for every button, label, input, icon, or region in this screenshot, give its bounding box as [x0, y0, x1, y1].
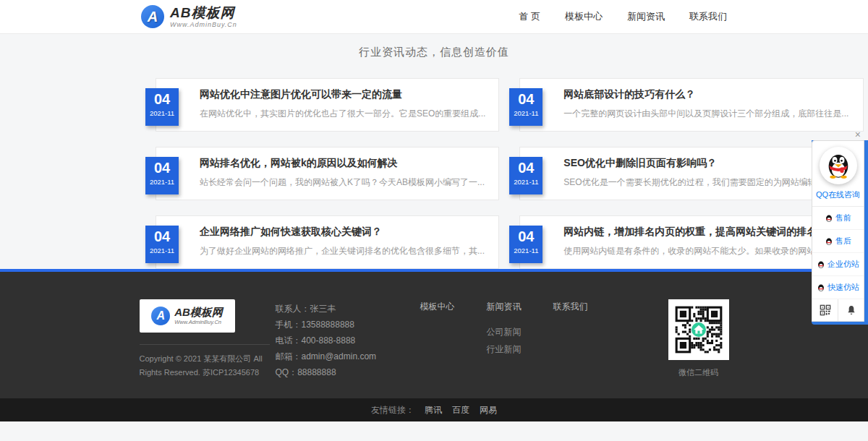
qq-mini-icon	[825, 237, 833, 246]
date-day: 04	[145, 90, 179, 109]
news-excerpt: 一个完整的网页设计由头部中间以及页脚设计三个部分组成，底部往往是...	[563, 108, 849, 120]
news-card[interactable]: 04 2021-11 网站底部设计的技巧有什么？ 一个完整的网页设计由头部中间以…	[519, 78, 863, 132]
date-month: 2021-11	[509, 178, 542, 187]
qq-mini-icon	[817, 283, 825, 292]
news-title-link[interactable]: 网站内链，增加排名内页的权重，提高网站关键词的排名	[563, 226, 849, 239]
news-title-link[interactable]: SEO优化中删除旧页面有影响吗？	[563, 157, 849, 170]
date-month: 2021-11	[145, 178, 179, 187]
qq-item-presale[interactable]: 售前	[812, 207, 864, 230]
date-day: 04	[509, 90, 542, 109]
qq-item-label: 售前	[835, 213, 851, 223]
site-logo[interactable]: A AB模板网 Www.AdminBuy.Cn	[141, 5, 237, 28]
contact-mobile: 手机：13588888888	[276, 317, 420, 333]
contact-phone: 电话：400-888-8888	[276, 333, 420, 348]
news-title-link[interactable]: 网站排名优化，网站被k的原因以及如何解决	[200, 157, 485, 170]
date-badge: 04 2021-11	[509, 88, 542, 126]
footer-logo[interactable]: A AB模板网 Www.AdminBuy.Cn	[140, 299, 235, 333]
news-excerpt: 在网站优化中，其实图片的优化也占了很大一部分。它是SEO的重要组成...	[200, 108, 485, 120]
date-month: 2021-11	[145, 247, 179, 255]
footer-link-industry-news[interactable]: 行业新闻	[487, 341, 523, 358]
date-day: 04	[145, 227, 179, 247]
date-day: 04	[509, 227, 542, 247]
contact-person: 联系人：张三丰	[276, 301, 420, 317]
date-badge: 04 2021-11	[145, 157, 179, 194]
copyright-line2: Rights Reserved. 苏ICP12345678	[140, 366, 276, 380]
friend-links-bar: 友情链接： 腾讯 百度 网易	[0, 398, 868, 421]
close-icon[interactable]: ×	[812, 129, 868, 140]
date-badge: 04 2021-11	[145, 88, 179, 126]
friend-link-baidu[interactable]: 百度	[452, 404, 469, 416]
header: A AB模板网 Www.AdminBuy.Cn 首 页 模板中心 新闻资讯 联系…	[0, 0, 868, 34]
logo-title: AB模板网	[170, 6, 237, 20]
footer-col-news[interactable]: 新闻资讯	[487, 301, 523, 313]
main-content: 行业资讯动态，信息创造价值 04 2021-11 网站优化中注意图片优化可以带来…	[0, 34, 868, 269]
news-card[interactable]: 04 2021-11 网站排名优化，网站被k的原因以及如何解决 站长经常会问一个…	[156, 147, 499, 200]
nav-item-contact[interactable]: 联系我们	[689, 10, 727, 23]
nav-item-home[interactable]: 首 页	[519, 10, 540, 23]
qq-item-label: 快速仿站	[827, 282, 859, 293]
date-month: 2021-11	[509, 247, 542, 255]
bell-icon[interactable]	[838, 299, 864, 321]
qq-item-label: 售后	[835, 236, 851, 247]
page-title: 行业资讯动态，信息创造价值	[0, 41, 868, 59]
news-title-link[interactable]: 网站优化中注意图片优化可以带来一定的流量	[200, 88, 485, 101]
logo-badge-icon: A	[141, 5, 164, 28]
footer-logo-title: AB模板网	[174, 307, 223, 317]
qq-item-enterprise-clone[interactable]: 企业仿站	[812, 253, 864, 276]
footer-divider	[140, 344, 270, 345]
qq-item-label: 企业仿站	[827, 259, 859, 270]
date-day: 04	[145, 158, 179, 178]
footer-link-columns: 模板中心 新闻资讯 公司新闻 行业新闻 联系我们	[420, 299, 590, 380]
footer-link-company-news[interactable]: 公司新闻	[487, 323, 523, 341]
nav-item-templates[interactable]: 模板中心	[565, 10, 603, 23]
qq-panel-title: QQ在线咨询	[812, 187, 864, 207]
date-month: 2021-11	[145, 109, 179, 118]
news-excerpt: SEO优化是一个需要长期优化的过程，我们需要固定的为网站编辑内容，...	[563, 176, 849, 189]
footer: A AB模板网 Www.AdminBuy.Cn Copyright © 2021…	[0, 269, 868, 398]
copyright-line1: Copyright © 2021 某某有限公司 All	[140, 352, 276, 366]
date-badge: 04 2021-11	[145, 226, 179, 263]
date-month: 2021-11	[509, 109, 542, 118]
news-excerpt: 站长经常会问一个问题，我的网站被入K了吗？今天AB模板网小编写了一...	[200, 176, 485, 189]
news-grid: 04 2021-11 网站优化中注意图片优化可以带来一定的流量 在网站优化中，其…	[156, 78, 712, 269]
news-card[interactable]: 04 2021-11 网站优化中注意图片优化可以带来一定的流量 在网站优化中，其…	[156, 78, 499, 132]
news-title-link[interactable]: 网站底部设计的技巧有什么？	[563, 88, 849, 101]
friend-link-netease[interactable]: 网易	[480, 404, 497, 416]
qq-item-aftersale[interactable]: 售后	[812, 230, 864, 253]
nav-item-news[interactable]: 新闻资讯	[627, 10, 665, 23]
date-badge: 04 2021-11	[509, 226, 542, 263]
footer-col-templates[interactable]: 模板中心	[420, 301, 456, 313]
footer-logo-badge-icon: A	[151, 307, 170, 325]
logo-subtitle: Www.AdminBuy.Cn	[170, 21, 237, 28]
news-card[interactable]: 04 2021-11 企业网络推广如何快速获取核心关键词？ 为了做好企业网站的网…	[156, 215, 499, 269]
footer-contact: 联系人：张三丰 手机：13588888888 电话：400-888-8888 邮…	[276, 299, 420, 380]
qr-caption: 微信二维码	[668, 367, 729, 378]
qrcode-icon[interactable]	[812, 299, 838, 321]
qq-item-quick-clone[interactable]: 快速仿站	[812, 276, 864, 299]
friend-link-tencent[interactable]: 腾讯	[425, 404, 442, 416]
news-excerpt: 使用网站内链是有条件的，收录的网站不能太少。如果收录的网站很少，...	[563, 245, 849, 257]
friend-links-label: 友情链接：	[371, 404, 414, 416]
news-title-link[interactable]: 企业网络推广如何快速获取核心关键词？	[200, 226, 485, 239]
wechat-qr-image	[668, 299, 729, 360]
qq-mini-icon	[817, 260, 825, 269]
home-icon	[691, 322, 705, 337]
qq-service-panel: × QQ在线咨询	[812, 129, 868, 325]
news-excerpt: 为了做好企业网站的网络推广，企业关键词排名的优化包含很多细节，其...	[200, 245, 485, 257]
contact-email: 邮箱：admin@admin.com	[276, 348, 420, 364]
footer-col-contact[interactable]: 联系我们	[553, 301, 590, 313]
date-day: 04	[509, 158, 542, 178]
qq-penguin-icon	[820, 147, 857, 184]
qq-mini-icon	[825, 214, 833, 223]
contact-qq: QQ：88888888	[276, 364, 420, 380]
footer-logo-subtitle: Www.AdminBuy.Cn	[174, 319, 223, 325]
date-badge: 04 2021-11	[509, 157, 542, 194]
main-nav: 首 页 模板中心 新闻资讯 联系我们	[519, 10, 727, 23]
